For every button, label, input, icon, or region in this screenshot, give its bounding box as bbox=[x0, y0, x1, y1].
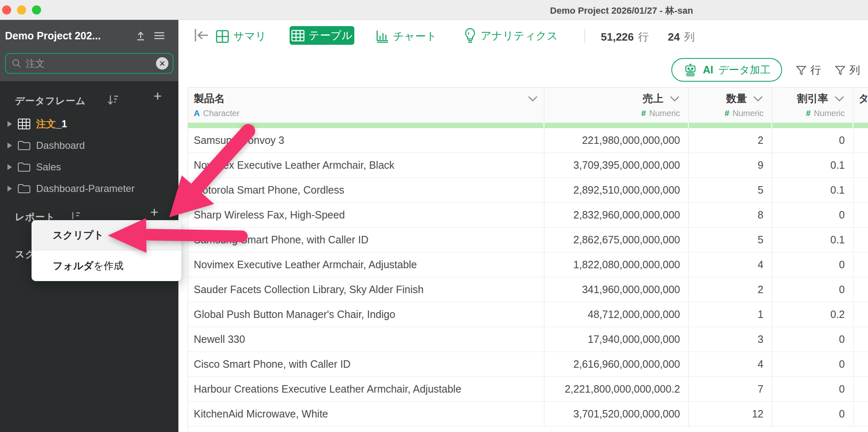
zoom-window-button[interactable] bbox=[32, 5, 41, 15]
table-cell[interactable]: 0 bbox=[772, 128, 853, 153]
table-cell[interactable]: Global Push Button Manager's Chair, Indi… bbox=[188, 302, 544, 327]
table-cell[interactable]: 2,221,800,000,000,000.2 bbox=[544, 377, 689, 401]
table-cell[interactable]: Novimex Executive Leather Armchair, Blac… bbox=[188, 153, 544, 177]
filter-rows-button[interactable]: 行 bbox=[796, 63, 821, 78]
ai-data-wrangling-button[interactable]: AI データ加工 bbox=[671, 58, 782, 82]
chevron-down-icon[interactable] bbox=[527, 95, 538, 102]
tab-table[interactable]: テーブル bbox=[290, 26, 354, 45]
chevron-down-icon[interactable] bbox=[753, 95, 763, 102]
table-cell[interactable]: 2,832,960,000,000,000 bbox=[544, 203, 689, 227]
table-row[interactable]: KitchenAid Microwave, White3,701,520,000… bbox=[188, 402, 868, 427]
expand-caret-icon[interactable] bbox=[7, 186, 12, 192]
table-cell[interactable]: 3,709,395,000,000,000 bbox=[544, 153, 689, 177]
menu-item-create-folder[interactable]: フォルダを作成 bbox=[32, 250, 181, 281]
table-cell[interactable]: Sauder Facets Collection Library, Sky Al… bbox=[188, 277, 544, 302]
column-header-quantity[interactable]: 数量 #Numeric bbox=[689, 87, 772, 123]
table-cell[interactable]: 5 bbox=[689, 178, 772, 202]
table-cell[interactable]: Cisco Smart Phone, with Caller ID bbox=[188, 352, 544, 376]
search-input[interactable] bbox=[22, 58, 156, 70]
table-cell[interactable]: 4 bbox=[689, 252, 772, 277]
collapse-sidebar-button[interactable] bbox=[194, 28, 210, 42]
table-row[interactable]: Sharp Wireless Fax, High-Speed2,832,960,… bbox=[188, 203, 868, 228]
type-letter: # bbox=[724, 109, 729, 118]
table-cell[interactable]: Novimex Executive Leather Armchair, Adju… bbox=[188, 252, 544, 277]
table-cell[interactable]: 2,616,960,000,000,000 bbox=[544, 352, 689, 376]
table-cell[interactable]: 0 bbox=[772, 377, 853, 401]
table-cell[interactable]: 0 bbox=[772, 203, 853, 227]
table-cell[interactable]: 221,980,000,000,000 bbox=[544, 128, 689, 153]
expand-caret-icon[interactable] bbox=[7, 121, 12, 127]
filter-columns-button[interactable]: 列 bbox=[835, 63, 860, 78]
sidebar-item-folder[interactable]: Dashboard-Parameter bbox=[0, 180, 178, 198]
add-dataframe-button[interactable]: + bbox=[154, 89, 162, 103]
table-cell[interactable]: 1 bbox=[689, 302, 772, 327]
table-cell[interactable]: KitchenAid Microwave, White bbox=[188, 402, 544, 426]
table-cell[interactable]: 0 bbox=[772, 352, 853, 376]
minimize-window-button[interactable] bbox=[17, 5, 26, 15]
table-cell[interactable]: Harbour Creations Executive Leather Armc… bbox=[188, 377, 544, 401]
table-cell[interactable]: 0 bbox=[772, 277, 853, 302]
column-header-product[interactable]: 製品名 ACharacter bbox=[188, 87, 544, 123]
table-cell[interactable]: Newell 330 bbox=[188, 327, 544, 352]
search-box[interactable]: ✕ bbox=[5, 53, 173, 74]
export-icon[interactable] bbox=[135, 31, 146, 41]
table-row[interactable]: Novimex Executive Leather Armchair, Adju… bbox=[188, 252, 868, 277]
table-cell[interactable]: 5 bbox=[689, 228, 772, 252]
sidebar-item-dataframe[interactable]: 注文_1 bbox=[0, 115, 178, 133]
hamburger-menu-icon[interactable] bbox=[154, 31, 165, 41]
menu-item-script[interactable]: スクリプト bbox=[32, 220, 181, 250]
table-cell[interactable]: 341,960,000,000,000 bbox=[544, 277, 689, 302]
table-cell[interactable]: 17,940,000,000,000 bbox=[544, 327, 689, 352]
column-header-partial[interactable]: タ bbox=[853, 87, 868, 123]
table-cell[interactable]: 2 bbox=[689, 128, 772, 153]
table-cell[interactable]: 2 bbox=[689, 277, 772, 302]
column-header-sales[interactable]: 売上 #Numeric bbox=[544, 87, 689, 123]
table-cell[interactable]: 4 bbox=[689, 352, 772, 376]
table-cell[interactable]: 2,892,510,000,000,000 bbox=[544, 178, 689, 202]
table-cell[interactable]: 0 bbox=[772, 402, 853, 426]
table-cell[interactable]: 48,712,000,000,000 bbox=[544, 302, 689, 327]
table-cell[interactable]: 0.2 bbox=[772, 302, 853, 327]
table-cell[interactable]: Motorola Smart Phone, Cordless bbox=[188, 178, 544, 202]
table-cell[interactable]: 0 bbox=[772, 327, 853, 352]
table-row[interactable]: Motorola Smart Phone, Cordless2,892,510,… bbox=[188, 178, 868, 203]
table-cell[interactable]: 3,701,520,000,000,000 bbox=[544, 402, 689, 426]
table-row[interactable]: Sauder Facets Collection Library, Sky Al… bbox=[188, 277, 868, 302]
close-window-button[interactable] bbox=[2, 5, 11, 15]
table-cell[interactable]: 2,862,675,000,000,000 bbox=[544, 228, 689, 252]
table-cell[interactable]: 1,822,080,000,000,000 bbox=[544, 252, 689, 277]
table-cell[interactable]: 9 bbox=[689, 153, 772, 177]
table-cell[interactable]: 7 bbox=[689, 377, 772, 401]
tab-analytics[interactable]: アナリティクス bbox=[464, 27, 558, 44]
table-row[interactable]: Samsung Smart Phone, with Caller ID2,862… bbox=[188, 228, 868, 252]
table-cell[interactable]: 0 bbox=[772, 252, 853, 277]
table-cell[interactable]: Samsung Convoy 3 bbox=[188, 128, 544, 153]
sidebar-item-folder[interactable]: Sales bbox=[0, 158, 178, 176]
expand-caret-icon[interactable] bbox=[7, 143, 12, 148]
table-cell[interactable]: 8 bbox=[689, 203, 772, 227]
table-cell[interactable]: 0.1 bbox=[772, 178, 853, 202]
column-header-discount[interactable]: 割引率 #Numeric bbox=[772, 87, 853, 123]
add-report-button[interactable]: + bbox=[150, 205, 158, 219]
table-row[interactable]: Cisco Smart Phone, with Caller ID2,616,9… bbox=[188, 352, 868, 377]
sidebar-item-folder[interactable]: Dashboard bbox=[0, 136, 178, 155]
table-cell[interactable]: 12 bbox=[689, 402, 772, 426]
table-cell[interactable]: Sharp Wireless Fax, High-Speed bbox=[188, 203, 544, 227]
chevron-down-icon[interactable] bbox=[669, 95, 680, 102]
table-row[interactable]: Novimex Executive Leather Armchair, Blac… bbox=[188, 153, 868, 178]
tab-summary[interactable]: サマリ bbox=[216, 29, 266, 44]
tab-chart[interactable]: チャート bbox=[375, 29, 437, 44]
table-cell[interactable]: Samsung Smart Phone, with Caller ID bbox=[188, 228, 544, 252]
table-row[interactable]: Global Push Button Manager's Chair, Indi… bbox=[188, 302, 868, 327]
table-row[interactable]: Harbour Creations Executive Leather Armc… bbox=[188, 377, 868, 402]
table-row[interactable]: Samsung Convoy 3221,980,000,000,00020 bbox=[188, 128, 868, 153]
table-cell[interactable]: 0.1 bbox=[772, 228, 853, 252]
table-cell[interactable]: 0.1 bbox=[772, 153, 853, 177]
sort-dataframes-icon[interactable] bbox=[107, 95, 119, 105]
clear-search-icon[interactable]: ✕ bbox=[156, 57, 168, 70]
expand-caret-icon[interactable] bbox=[7, 164, 12, 170]
chevron-down-icon[interactable] bbox=[834, 95, 845, 102]
table-row[interactable]: Newell 33017,940,000,000,00030 bbox=[188, 327, 868, 352]
column-name: タ bbox=[858, 92, 868, 105]
table-cell[interactable]: 3 bbox=[689, 327, 772, 352]
